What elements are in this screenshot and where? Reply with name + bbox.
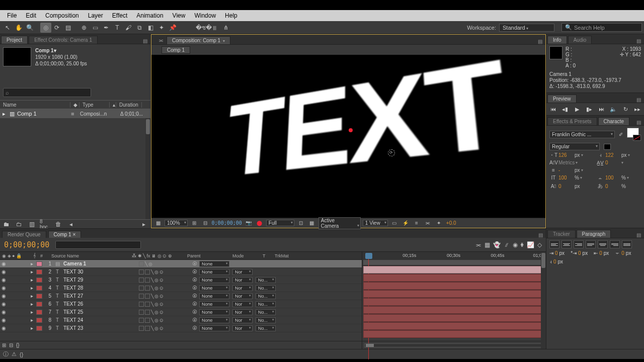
brush-tool-icon[interactable]: 🖌 [123,23,134,33]
layer-row[interactable]: ◉▸8TTEXT 24 ╲ ◎ ⊙⦿NoneNorNo... [0,316,362,324]
tab-info[interactable]: Info [547,36,567,44]
current-time[interactable]: 0;00;00;00 [212,220,242,226]
baseline-value[interactable]: 0 [558,184,574,189]
hand-tool-icon[interactable]: ✋ [13,23,24,33]
shape-tool-icon[interactable]: ▭ [90,23,101,33]
composition-viewer[interactable]: TEXT ⟳ [151,55,545,218]
layer-row[interactable]: ◉▸3TTEXT 29 ╲ ◎ ⊙⦿NoneNorNo... [0,276,362,284]
timeline-scrollbar[interactable] [541,252,546,349]
view-layout-dropdown[interactable]: 1 View [363,220,388,226]
char-menu-icon[interactable]: ▤ [633,120,644,125]
parent-dropdown[interactable]: None [199,261,229,267]
prev-frame-icon[interactable]: ◂▮ [560,105,570,113]
parent-dropdown[interactable]: None [199,317,229,323]
mode-dropdown[interactable]: Nor [232,325,253,331]
stamp-tool-icon[interactable]: ⧉ [134,23,145,33]
first-frame-icon[interactable]: ⏮ [548,105,557,113]
toggle-modes-icon[interactable]: ⊟ [9,342,13,348]
comp-panel-menu-icon[interactable]: ▤ [535,39,545,44]
info-menu-icon[interactable]: ▤ [633,38,644,44]
camera-tool-icon[interactable]: ▤ [62,23,73,33]
tab-effects-presets[interactable]: Effects & Presets [547,117,597,125]
parent-dropdown[interactable]: None [199,277,229,283]
next-frame-icon[interactable]: ▮▸ [585,105,594,113]
justify-last-right-icon[interactable] [610,240,620,248]
pixel-aspect-icon[interactable]: ▭ [390,219,399,227]
flowchart-btn-icon[interactable]: ⫘ [423,219,432,227]
stroke-width-value[interactable]: - [558,167,574,173]
justify-all-icon[interactable] [622,240,632,248]
auto-keyframe-icon[interactable]: ◇ [537,241,542,248]
brainstorm-icon[interactable]: ⧳ [521,241,524,248]
visibility-icon[interactable]: ◉ [0,325,7,331]
info-icon[interactable]: ⓘ [3,350,9,358]
layer-bar[interactable] [363,290,545,298]
align-left-icon[interactable] [549,240,559,248]
anchor-tool-icon[interactable]: ⊕ [78,23,90,33]
justify-last-center-icon[interactable] [598,240,608,248]
kerning-value[interactable]: Metrics [558,160,575,165]
selection-tool-icon[interactable]: ↖ [2,23,13,33]
delete-icon[interactable]: 🗑 [53,219,63,229]
tab-project[interactable]: Project [1,36,28,44]
tab-tracker[interactable]: Tracker [547,230,576,238]
parent-dropdown[interactable]: None [199,293,229,299]
work-area[interactable] [363,260,545,265]
comp-subtab[interactable]: Comp 1 [162,46,190,54]
camera-dropdown[interactable]: Active Camera [318,217,361,229]
loop-icon[interactable]: ↻ [621,105,630,113]
warn-icon[interactable]: ⚠ [12,351,17,357]
puppet-tool-icon[interactable]: 📌 [167,23,178,33]
mode-dropdown[interactable]: Nor [232,301,253,307]
visibility-icon[interactable]: ◉ [0,285,7,291]
mute-icon[interactable]: 🔈 [609,105,618,113]
zoom-dropdown[interactable]: 100% [165,220,188,226]
mode-dropdown[interactable]: Nor [232,317,253,323]
draft3d-icon[interactable]: ▦ [485,241,490,248]
tsume-value[interactable]: 0 [605,184,620,189]
visibility-icon[interactable]: ◉ [0,317,7,323]
toggle-inout-icon[interactable]: {} [16,342,20,348]
font-family-dropdown[interactable]: Franklin Gothic ... [549,131,615,138]
channel-icon[interactable]: ⬤ [255,219,264,227]
layer-bar[interactable] [363,322,545,330]
font-style-dropdown[interactable]: Regular [549,143,600,150]
label-color[interactable] [36,261,42,266]
grid-icon[interactable]: ⊞ [190,219,199,227]
vscale-value[interactable]: 100 [558,175,574,180]
menu-animation[interactable]: Animation [132,11,167,20]
stroke-color-swatch[interactable] [633,135,641,141]
roto-tool-icon[interactable]: ✦ [156,23,167,33]
layer-row[interactable]: ◉▸9TTEXT 23 ╲ ◎ ⊙⦿NoneNorNo... [0,324,362,332]
layer-row[interactable]: ◉▸7TTEXT 25 ╲ ◎ ⊙⦿NoneNorNo... [0,308,362,316]
layer-bar[interactable] [363,274,545,282]
label-color[interactable] [36,302,42,307]
menu-composition[interactable]: Composition [41,11,83,20]
mode-dropdown[interactable]: Nor [232,269,253,275]
leading-value[interactable]: 122 [605,152,620,158]
twirl-icon[interactable]: ▸ [28,317,35,323]
menu-effect[interactable]: Effect [108,11,131,20]
fast-preview-icon[interactable]: ⚡ [401,219,410,227]
current-time-indicator[interactable] [365,252,372,266]
tracking-value[interactable]: 0 [605,160,620,165]
prev-icon[interactable]: ◂ [66,219,75,229]
play-icon[interactable]: ▶ [573,105,582,113]
graph-editor-icon[interactable]: 📈 [527,241,534,248]
ram-preview-icon[interactable]: ▸▸ [633,105,642,113]
visibility-icon[interactable]: ◉ [0,261,7,266]
menu-help[interactable]: Help [221,11,242,20]
trkmat-dropdown[interactable]: No... [256,293,276,299]
eyedropper-icon[interactable]: ✐ [617,132,625,137]
tab-audio[interactable]: Audio [568,36,592,44]
label-color[interactable] [36,318,42,323]
project-scrollbar[interactable] [145,118,150,219]
para-menu-icon[interactable]: ▤ [633,232,644,238]
motion-blur-icon[interactable]: ◉ [513,241,518,248]
always-preview-icon[interactable]: ▦ [153,219,163,227]
layer-bar[interactable] [363,282,545,290]
preview-menu-icon[interactable]: ▤ [633,97,644,103]
stroke-swatch-icon[interactable] [604,144,611,150]
toggle-switches-icon[interactable]: ⊞ [2,342,6,348]
parent-dropdown[interactable]: None [199,309,229,315]
